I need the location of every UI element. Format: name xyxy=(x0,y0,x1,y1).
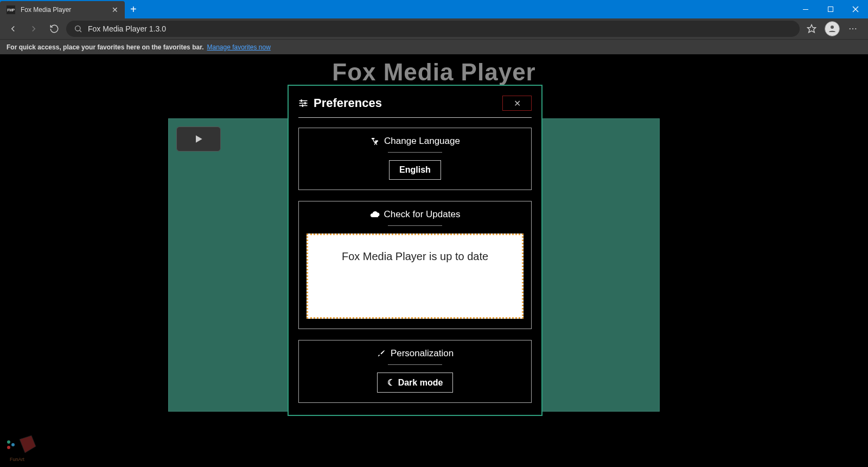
svg-rect-0 xyxy=(803,9,808,10)
svg-rect-16 xyxy=(304,102,305,105)
vendor-logo: FunArt xyxy=(3,431,41,464)
update-status-box: Fox Media Player is up to date xyxy=(307,234,524,319)
tab-favicon: FMP xyxy=(7,5,15,14)
language-section: Change Language English xyxy=(298,128,532,190)
svg-line-5 xyxy=(80,30,81,32)
moon-icon: ☾ xyxy=(387,378,395,387)
window-titlebar: FMP Fox Media Player ✕ + xyxy=(0,0,868,18)
new-tab-button[interactable]: + xyxy=(125,0,142,18)
svg-point-18 xyxy=(7,440,10,444)
window-controls xyxy=(793,0,868,18)
dark-mode-label: Dark mode xyxy=(398,378,443,387)
svg-point-9 xyxy=(852,28,853,29)
tab-close-icon[interactable]: ✕ xyxy=(112,5,118,14)
updates-heading-text: Check for Updates xyxy=(384,209,461,220)
section-divider xyxy=(388,225,442,226)
modal-close-button[interactable]: ✕ xyxy=(502,96,532,111)
minimize-button[interactable] xyxy=(793,0,818,18)
update-status-text: Fox Media Player is up to date xyxy=(342,250,488,262)
svg-rect-17 xyxy=(302,104,303,107)
favorites-bar: For quick access, place your favorites h… xyxy=(0,39,868,54)
back-button[interactable] xyxy=(4,20,22,37)
svg-point-19 xyxy=(7,446,10,449)
updates-heading: Check for Updates xyxy=(307,209,524,220)
svg-marker-11 xyxy=(196,135,202,142)
preferences-modal: Preferences ✕ Change Language English Ch… xyxy=(288,85,542,416)
play-button[interactable] xyxy=(176,127,221,152)
svg-rect-15 xyxy=(301,99,302,102)
play-icon xyxy=(193,134,204,144)
more-button[interactable] xyxy=(844,20,861,37)
sliders-icon xyxy=(298,98,308,108)
modal-title: Preferences xyxy=(314,96,382,110)
svg-point-10 xyxy=(855,28,856,29)
personalization-heading: Personalization xyxy=(307,348,524,359)
search-icon xyxy=(74,24,82,33)
browser-navbar: Fox Media Player 1.3.0 xyxy=(0,18,868,39)
language-heading-text: Change Language xyxy=(384,136,460,147)
svg-rect-12 xyxy=(299,100,308,102)
svg-point-4 xyxy=(75,26,80,31)
cloud-download-icon xyxy=(370,210,380,219)
profile-avatar[interactable] xyxy=(825,21,840,36)
refresh-button[interactable] xyxy=(46,20,63,37)
svg-text:FunArt: FunArt xyxy=(10,457,25,462)
browser-tab[interactable]: FMP Fox Media Player ✕ xyxy=(0,1,125,18)
svg-rect-13 xyxy=(299,103,308,104)
favorites-hint-text: For quick access, place your favorites h… xyxy=(7,43,203,51)
svg-marker-21 xyxy=(20,436,36,453)
address-text: Fox Media Player 1.3.0 xyxy=(88,24,166,33)
close-button[interactable] xyxy=(843,0,868,18)
forward-button[interactable] xyxy=(25,20,42,37)
svg-point-20 xyxy=(11,443,15,446)
app-viewport: Fox Media Player Preferences ✕ Change La… xyxy=(0,54,868,467)
language-select-button[interactable]: English xyxy=(389,160,441,180)
updates-section: Check for Updates Fox Media Player is up… xyxy=(298,201,532,329)
titlebar-spacer xyxy=(142,0,793,18)
svg-point-7 xyxy=(831,26,834,29)
svg-point-8 xyxy=(850,28,851,29)
address-bar[interactable]: Fox Media Player 1.3.0 xyxy=(66,21,800,37)
app-title: Fox Media Player xyxy=(0,54,868,86)
section-divider xyxy=(388,152,442,153)
tab-title: Fox Media Player xyxy=(21,6,106,14)
manage-favorites-link[interactable]: Manage favorites now xyxy=(207,43,270,51)
dark-mode-button[interactable]: ☾Dark mode xyxy=(377,373,454,393)
language-heading: Change Language xyxy=(307,136,524,147)
maximize-button[interactable] xyxy=(818,0,843,18)
svg-rect-1 xyxy=(828,7,833,12)
favorites-button[interactable] xyxy=(803,20,820,37)
section-divider xyxy=(388,364,442,365)
language-icon xyxy=(370,136,380,146)
modal-header: Preferences ✕ xyxy=(298,96,532,118)
brush-icon xyxy=(376,349,386,358)
svg-marker-6 xyxy=(808,25,816,33)
personalization-heading-text: Personalization xyxy=(391,348,454,359)
personalization-section: Personalization ☾Dark mode xyxy=(298,340,532,403)
